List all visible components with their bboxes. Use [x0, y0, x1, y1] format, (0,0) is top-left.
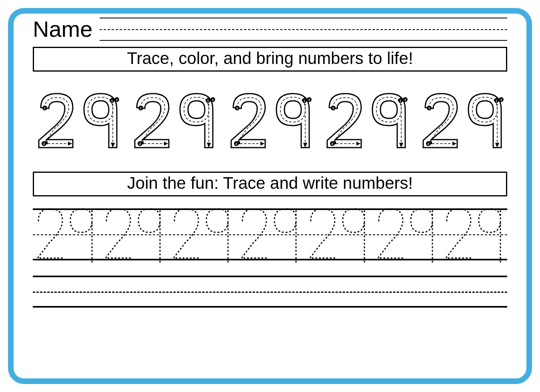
writing-line-empty[interactable] — [33, 276, 507, 308]
svg-text:2: 2 — [428, 142, 430, 146]
dotted-numbers-row — [33, 203, 507, 266]
svg-text:2: 2 — [212, 98, 214, 102]
svg-text:2: 2 — [139, 142, 141, 146]
svg-marker-16 — [164, 142, 168, 146]
svg-text:1: 1 — [303, 99, 305, 102]
instruction-box-2: Join the fun: Trace and write numbers! — [33, 172, 507, 196]
svg-text:2: 2 — [404, 98, 406, 102]
dotted-number-29[interactable] — [441, 203, 507, 269]
svg-text:1: 1 — [332, 106, 334, 110]
svg-text:1: 1 — [496, 99, 498, 102]
svg-text:1: 1 — [428, 106, 430, 110]
svg-text:2: 2 — [116, 98, 118, 102]
dotted-number-29[interactable] — [305, 203, 371, 269]
writing-line-traced[interactable] — [33, 208, 507, 260]
dotted-number-29[interactable] — [101, 203, 167, 269]
svg-marker-54 — [495, 143, 499, 148]
instruction-box-1: Trace, color, and bring numbers to life! — [33, 47, 507, 72]
svg-text:2: 2 — [500, 98, 502, 102]
svg-text:2: 2 — [43, 142, 45, 146]
dotted-number-29[interactable] — [169, 203, 235, 269]
svg-text:2: 2 — [235, 142, 237, 146]
dotted-number-29[interactable] — [373, 203, 439, 269]
svg-marker-38 — [356, 142, 360, 146]
trace-number-29[interactable]: 1 2 1 2 — [225, 88, 315, 152]
trace-number-29[interactable]: 1 2 1 2 — [33, 88, 123, 152]
svg-text:2: 2 — [332, 142, 334, 146]
trace-number-29[interactable]: 1 2 1 2 — [129, 88, 219, 152]
name-row: Name — [33, 16, 507, 42]
svg-marker-21 — [207, 143, 211, 148]
svg-text:1: 1 — [400, 99, 402, 102]
svg-marker-5 — [68, 142, 72, 146]
svg-text:1: 1 — [236, 106, 238, 110]
dotted-number-29[interactable] — [237, 203, 303, 269]
svg-marker-43 — [399, 143, 403, 148]
svg-marker-27 — [260, 142, 264, 146]
svg-text:1: 1 — [207, 99, 209, 102]
name-writing-line[interactable] — [100, 18, 507, 41]
name-label: Name — [33, 16, 92, 42]
svg-text:1: 1 — [111, 99, 113, 102]
svg-marker-49 — [452, 142, 456, 146]
svg-text:1: 1 — [140, 106, 142, 110]
instruction-text-2: Join the fun: Trace and write numbers! — [127, 174, 413, 192]
big-trace-row: 1 2 1 2 1 2 — [33, 88, 507, 152]
writing-section — [33, 208, 507, 308]
trace-number-29[interactable]: 1 2 1 2 — [321, 88, 411, 152]
worksheet-page: Name Trace, color, and bring numbers to … — [8, 8, 532, 384]
instruction-text-1: Trace, color, and bring numbers to life! — [127, 49, 413, 68]
svg-marker-32 — [303, 143, 307, 148]
svg-text:2: 2 — [308, 98, 310, 102]
svg-text:1: 1 — [44, 106, 46, 110]
svg-marker-10 — [111, 143, 115, 148]
trace-number-29[interactable]: 1 2 1 2 — [417, 88, 507, 152]
dotted-number-29[interactable] — [33, 203, 99, 269]
